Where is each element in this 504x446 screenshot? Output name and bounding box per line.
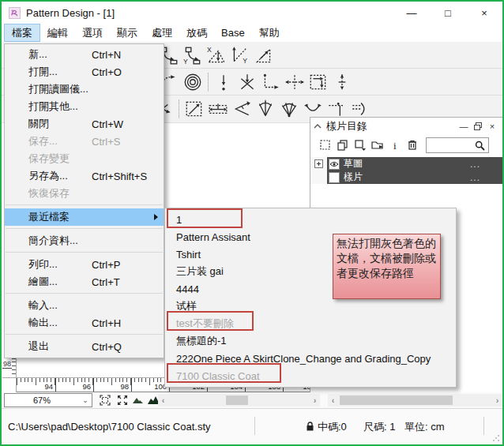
piece-tree: 草圖 ... 樣片 ...	[310, 157, 502, 184]
zoom-select[interactable]: 67% ⌄	[4, 393, 92, 407]
menu-help[interactable]: 幫助	[252, 24, 287, 42]
canvas-scroll-thumb[interactable]	[226, 395, 248, 405]
menu-separator	[6, 204, 163, 205]
scroll-left-icon[interactable]: ‹	[328, 394, 338, 407]
menu-base[interactable]: Base	[214, 24, 252, 42]
fit-frame-icon[interactable]	[97, 393, 112, 407]
menu-item-open-other[interactable]: 打開其他...	[5, 98, 164, 115]
copy-icon[interactable]	[334, 137, 352, 153]
menu-item-profile-info[interactable]: 簡介資料...	[5, 232, 164, 249]
file-menu-dropdown: 新...Ctrl+N 打開...Ctrl+O 打開讀圖儀... 打開其他... …	[4, 43, 164, 358]
menu-item-plot[interactable]: 繪圖...Ctrl+T	[5, 273, 164, 290]
zoom-value: 67%	[5, 395, 79, 405]
visibility-checkbox[interactable]	[329, 172, 340, 183]
menu-item-restore-save: 恢復保存	[5, 185, 164, 202]
trash-icon[interactable]	[404, 137, 421, 153]
menu-options[interactable]: 選項	[75, 24, 110, 42]
search-icon[interactable]	[474, 140, 486, 152]
menu-separator	[6, 252, 163, 253]
vertical-arrows-icon[interactable]	[330, 70, 354, 94]
measure-y-icon[interactable]: Y	[181, 43, 205, 67]
tree-row-piece[interactable]: 樣片 ...	[310, 171, 502, 184]
tree-row-sketch[interactable]: 草圖 ...	[310, 157, 502, 171]
statusbar-divider	[254, 417, 255, 435]
annotation-callout: 無法打開灰色著色的文檔，文檔被刪除或者更改保存路徑	[333, 234, 441, 299]
canvas-hscrollbar[interactable]: ‹ ›	[158, 394, 320, 407]
scroll-left-icon[interactable]: ‹	[158, 394, 168, 407]
menu-item-recent-files[interactable]: 最近檔案	[5, 208, 164, 226]
tree-row-more[interactable]: ...	[470, 172, 480, 183]
scroll-right-icon[interactable]: ›	[492, 394, 502, 407]
expand-icon[interactable]	[115, 393, 130, 407]
fan-icon[interactable]	[254, 97, 277, 121]
width-measure-icon[interactable]	[206, 97, 230, 121]
tree-row-more[interactable]: ...	[470, 159, 480, 170]
mid-size-status: 中碼:0	[318, 409, 347, 444]
menu-view[interactable]: 顯示	[110, 24, 145, 42]
close-button[interactable]: ×	[466, 2, 502, 24]
titlebar: Pattern Design - [1] — □ ×	[2, 2, 502, 24]
scroll-right-icon[interactable]: ›	[310, 394, 320, 407]
menu-process[interactable]: 處理	[145, 24, 179, 42]
menu-item-open-digitizer[interactable]: 打開讀圖儀...	[5, 81, 164, 98]
panel-hscrollbar[interactable]: ‹ ›	[328, 394, 502, 407]
drop-point-icon[interactable]	[212, 70, 235, 94]
menu-item-open[interactable]: 打開...Ctrl+O	[5, 63, 164, 81]
menu-item-exit[interactable]: 退出Ctrl+Q	[5, 338, 164, 355]
menu-item-save: 保存...Ctrl+S	[5, 133, 164, 150]
resize-grip[interactable]	[492, 434, 500, 442]
menu-item-save-changes: 保存變更	[5, 150, 164, 167]
zoom-small-icon[interactable]	[130, 393, 145, 407]
annotation-box-item1	[167, 208, 243, 228]
angle-left-icon[interactable]	[230, 97, 254, 121]
menu-file[interactable]: 檔案	[4, 24, 40, 42]
hruler-label: 96	[82, 382, 92, 391]
menu-edit[interactable]: 編輯	[40, 24, 75, 42]
app-window: Pattern Design - [1] — □ × 檔案 編輯 選項 顯示 處…	[0, 0, 504, 446]
cross-point-icon[interactable]	[235, 70, 259, 94]
box-arrows-icon[interactable]	[307, 70, 330, 94]
menu-separator	[6, 293, 163, 294]
panel-search-box	[426, 137, 489, 153]
maximize-button[interactable]: □	[430, 2, 466, 24]
size-status: 尺碼: 1	[363, 409, 395, 444]
tree-row-label: 樣片	[344, 171, 470, 184]
visibility-eye-icon[interactable]	[329, 159, 340, 170]
menu-item-close[interactable]: 關閉Ctrl+W	[5, 115, 164, 133]
hruler-label: 94	[44, 382, 55, 391]
statusbar: C:\Users\pad\Desktop\7100 Classic Coat.s…	[2, 408, 502, 444]
recent-file-item[interactable]: 無標題的-1	[165, 332, 456, 350]
expand-icon[interactable]	[314, 159, 323, 168]
menu-item-export[interactable]: 輸出...Ctrl+H	[5, 314, 164, 332]
menu-item-save-as[interactable]: 另存為...Ctrl+Shift+S	[5, 167, 164, 185]
collapse-up-icon[interactable]	[314, 123, 322, 129]
lock-icon	[306, 409, 314, 444]
corner-arrow-icon[interactable]	[259, 70, 283, 94]
panel-search-input[interactable]	[427, 139, 474, 152]
folder-move-icon[interactable]	[369, 137, 386, 153]
panel-close-button[interactable]: ×	[485, 120, 499, 133]
angle-xy-icon[interactable]: Y	[228, 43, 252, 67]
menu-item-import[interactable]: 輸入...	[5, 297, 164, 314]
angle-x-icon[interactable]: X	[205, 43, 228, 67]
fan-wide-icon[interactable]	[277, 97, 301, 121]
cross-measure-icon[interactable]	[283, 70, 307, 94]
panel-minimize-button[interactable]: —	[457, 120, 471, 133]
minimize-button[interactable]: —	[393, 2, 430, 24]
chevron-down-icon: ⌄	[79, 396, 92, 404]
diagonal-measure-icon[interactable]	[252, 43, 276, 67]
copy-drop-icon[interactable]	[352, 137, 369, 153]
submenu-arrow-icon	[154, 214, 158, 220]
menu-grading[interactable]: 放碼	[179, 24, 214, 42]
file-path: C:\Users\pad\Desktop\7100 Classic Coat.s…	[8, 409, 211, 444]
target-icon[interactable]	[181, 70, 205, 94]
app-icon	[9, 7, 21, 19]
marquee-icon[interactable]	[317, 137, 334, 153]
menu-item-print[interactable]: 列印...Ctrl+P	[5, 256, 164, 273]
menubar: 檔案 編輯 選項 顯示 處理 放碼 Base 幫助	[2, 24, 502, 42]
menu-item-new[interactable]: 新...Ctrl+N	[5, 46, 164, 63]
panel-scroll-thumb[interactable]	[340, 395, 453, 405]
info-icon[interactable]: i	[386, 137, 404, 153]
panel-float-icon[interactable]	[471, 120, 485, 133]
box-diagonal-icon[interactable]	[182, 97, 206, 121]
